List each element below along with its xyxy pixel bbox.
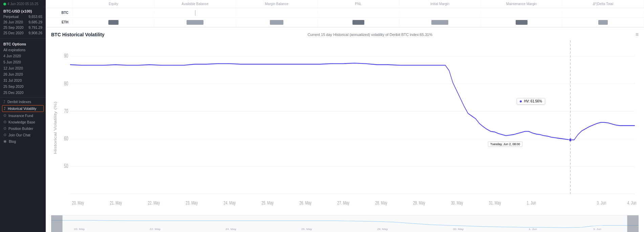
options-25dec[interactable]: 25 Dec 2020: [0, 90, 46, 96]
options-section-title: BTC Options: [0, 40, 46, 47]
sidebar-item-position-builder[interactable]: ⊙ Position Builder: [0, 125, 46, 132]
sidebar-item-deribit-indexes[interactable]: ⤴ Deribit Indexes: [0, 99, 46, 105]
svg-text:1. Jun: 1. Jun: [527, 200, 536, 206]
eth-delta-pill: [598, 20, 608, 25]
eth-label: ETH: [46, 19, 73, 25]
svg-text:3. Jun: 3. Jun: [597, 200, 606, 206]
table-row-btc: BTC: [46, 8, 644, 18]
sidebar-item-historical-volatility[interactable]: ⤴ Historical Volatility: [2, 105, 44, 112]
options-31jul[interactable]: 31 Jul 2020: [0, 77, 46, 83]
svg-text:Historical Volatility (%): Historical Volatility (%): [53, 101, 57, 154]
svg-text:23. May: 23. May: [186, 200, 198, 206]
col-initial-margin: Initial Margin: [399, 0, 481, 8]
chart-subtitle: Current 15 day Historical (annualized) v…: [307, 33, 432, 37]
future-row-1[interactable]: 25 Sep 2020 9,791.29: [3, 25, 42, 30]
svg-text:50: 50: [64, 163, 68, 169]
table-row-eth: ETH: [46, 18, 644, 27]
svg-text:31. May: 31. May: [489, 200, 501, 206]
eth-pnl: [318, 19, 399, 26]
eth-maintenance-margin: [481, 19, 562, 26]
builder-icon: ⊙: [3, 126, 6, 131]
eth-initial-pill: [431, 20, 448, 25]
chart-svg: 90 80 70 60 50 Historical Volatility (%): [51, 40, 639, 215]
svg-text:70: 70: [64, 108, 68, 114]
divider-2: [0, 97, 46, 97]
balance-table: Equity Available Balance Margin Balance …: [46, 0, 644, 27]
future-row-0[interactable]: 26 Jun 2020 9,685.29: [3, 19, 42, 25]
options-12jun[interactable]: 12 Jun 2020: [0, 65, 46, 71]
svg-text:30. May: 30. May: [453, 228, 464, 231]
perpetual-row[interactable]: Perpetual 9,653.65: [3, 14, 42, 19]
chart-menu-icon[interactable]: ≡: [636, 32, 639, 38]
svg-text:26. May: 26. May: [299, 200, 312, 206]
sidebar-item-knowledge-base[interactable]: ⊙ Knowledge Base: [0, 119, 46, 125]
eth-available-balance: [154, 19, 236, 26]
future-row-2[interactable]: 25 Dec 2020 9,908.26: [3, 30, 42, 36]
svg-text:20. May: 20. May: [74, 228, 85, 231]
svg-text:4. Jun: 4. Jun: [627, 200, 636, 206]
btc-label: BTC: [46, 9, 73, 16]
svg-text:80: 80: [64, 81, 68, 86]
btc-delta: [562, 12, 644, 14]
rss-icon: ◉: [3, 139, 7, 143]
timestamp: 4 Jun 2020 05:15:25: [0, 0, 46, 8]
svg-point-13: [569, 138, 572, 142]
asset-section: BTC-USD (x100) Perpetual 9,653.65 26 Jun…: [0, 8, 46, 37]
sidebar-item-insurance-fund[interactable]: ⊙ Insurance Fund: [0, 112, 46, 119]
btc-maintenance-margin: [481, 12, 562, 14]
chart-header: BTC Historical Volatility Current 15 day…: [51, 32, 639, 38]
sidebar-item-join-chat[interactable]: ⊙ Join Our Chat: [0, 132, 46, 138]
svg-text:30. May: 30. May: [451, 200, 464, 206]
col-asset: [46, 0, 73, 8]
volatility-icon: ⤴: [4, 107, 6, 111]
eth-maintenance-pill: [516, 20, 528, 25]
table-header-row: Equity Available Balance Margin Balance …: [46, 0, 644, 8]
shield-icon: ⊙: [3, 113, 6, 118]
options-4jun[interactable]: 4 Jun 2020: [0, 53, 46, 59]
options-all-exp[interactable]: All expirations: [0, 47, 46, 53]
eth-balance-pill: [187, 20, 203, 25]
options-26jun[interactable]: 26 Jun 2020: [0, 71, 46, 77]
svg-rect-31: [627, 215, 639, 232]
eth-equity: [73, 19, 154, 26]
btc-pnl: [318, 12, 399, 14]
col-pnl: PNL: [318, 0, 399, 8]
divider-1: [0, 38, 46, 39]
svg-rect-29: [51, 215, 639, 232]
book-icon: ⊙: [3, 120, 6, 124]
tooltip-value: HV: 61.56%: [524, 99, 542, 103]
mini-chart[interactable]: 20. May 22. May 24. May 26. May 28. May …: [51, 215, 639, 232]
svg-rect-30: [51, 215, 63, 232]
chart-tooltip: HV: 61.56%: [517, 98, 545, 104]
tooltip-dot: [520, 100, 522, 102]
chart-date-tooltip: Tuesday, Jun 2, 08:00: [488, 141, 522, 147]
main-content: Equity Available Balance Margin Balance …: [46, 0, 644, 232]
svg-text:22. May: 22. May: [150, 228, 161, 231]
btc-balance-indicator: [195, 10, 195, 16]
chart-line-icon: ⤴: [3, 100, 5, 104]
svg-text:60: 60: [64, 136, 68, 141]
svg-text:90: 90: [64, 53, 68, 59]
sidebar: 4 Jun 2020 05:15:25 BTC-USD (x100) Perpe…: [0, 0, 46, 232]
svg-text:27. May: 27. May: [337, 200, 350, 206]
chart-title: BTC Historical Volatility: [51, 32, 105, 37]
sidebar-item-blog[interactable]: ◉ Blog: [0, 138, 46, 144]
svg-text:3. Jun: 3. Jun: [593, 228, 602, 231]
col-margin-balance: Margin Balance: [236, 0, 318, 8]
options-5jun[interactable]: 5 Jun 2020: [0, 59, 46, 65]
svg-text:26. May: 26. May: [301, 228, 313, 231]
mini-chart-svg: 20. May 22. May 24. May 26. May 28. May …: [51, 215, 639, 232]
eth-pnl-pill: [352, 20, 364, 25]
btc-equity: [73, 12, 154, 14]
svg-text:1. Jun: 1. Jun: [529, 228, 537, 231]
eth-delta: [562, 19, 644, 26]
col-available-balance: Available Balance: [154, 0, 236, 8]
options-25sep[interactable]: 25 Sep 2020: [0, 83, 46, 90]
svg-text:25. May: 25. May: [261, 200, 274, 206]
svg-text:20. May: 20. May: [72, 200, 85, 206]
svg-text:21. May: 21. May: [110, 200, 123, 206]
chart-area: BTC Historical Volatility Current 15 day…: [46, 27, 644, 232]
col-maintenance-margin: Maintenance Margin: [481, 0, 562, 8]
svg-text:24. May: 24. May: [223, 200, 236, 206]
btc-available-balance: [154, 9, 236, 17]
